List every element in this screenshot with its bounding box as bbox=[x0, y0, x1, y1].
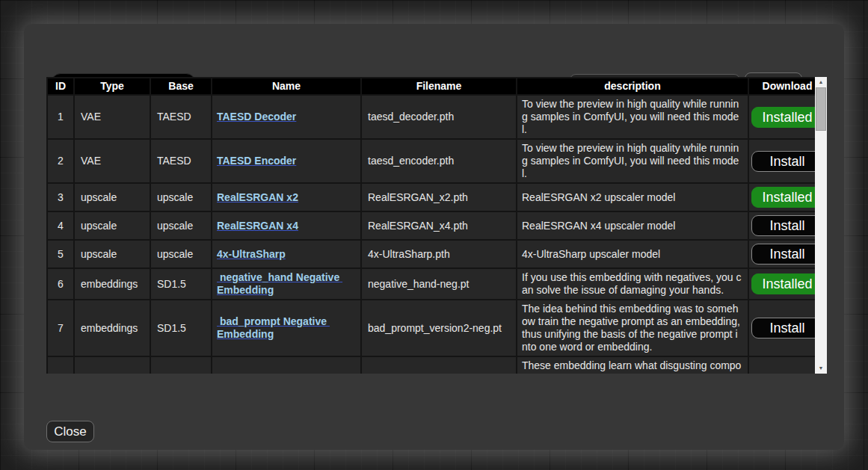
cell-description: RealESRGAN x4 upscaler model bbox=[517, 212, 748, 239]
table-header-row: IDTypeBaseNameFilenamedescriptionDownloa… bbox=[48, 78, 825, 94]
cell-name: negative_hand Negative Embedding bbox=[212, 269, 360, 299]
cell-filename: 4x-UltraSharp.pth bbox=[362, 241, 516, 268]
cell-name: bad_prompt Negative Embedding bbox=[212, 300, 360, 356]
cell-type: VAE bbox=[75, 140, 150, 182]
table-row: 5upscaleupscale4x-UltraSharp4x-UltraShar… bbox=[48, 241, 825, 268]
model-name-link[interactable]: TAESD Decoder bbox=[217, 111, 296, 123]
cell-name: RealESRGAN x4 bbox=[212, 212, 360, 239]
cell-id bbox=[48, 357, 73, 374]
cell-download: Installed bbox=[749, 269, 825, 299]
cell-filename: bad_prompt_version2-neg.pt bbox=[362, 300, 516, 356]
cell-name: 4x-UltraSharp bbox=[212, 241, 360, 268]
model-table: IDTypeBaseNameFilenamedescriptionDownloa… bbox=[46, 77, 827, 374]
installed-button[interactable]: Installed bbox=[751, 107, 823, 128]
cell-download: Install bbox=[749, 140, 825, 182]
cell-base: upscale bbox=[151, 184, 211, 211]
cell-description: If you use this embedding with negatives… bbox=[517, 269, 748, 299]
column-header-description: description bbox=[517, 78, 748, 94]
install-button[interactable]: Install bbox=[751, 215, 823, 236]
scrollbar-thumb[interactable] bbox=[816, 87, 826, 131]
cell-type: upscale bbox=[75, 212, 150, 239]
table-row: 7embeddingsSD1.5 bad_prompt Negative Emb… bbox=[48, 300, 825, 356]
cell-filename: negative_hand-neg.pt bbox=[362, 269, 516, 299]
cell-description: These embedding learn what disgusting co… bbox=[517, 357, 748, 374]
column-header-filename: Filename bbox=[362, 78, 516, 94]
cell-type: VAE bbox=[75, 96, 150, 138]
cell-filename: RealESRGAN_x2.pth bbox=[362, 184, 516, 211]
cell-type bbox=[75, 357, 150, 374]
cell-download: Install bbox=[749, 300, 825, 356]
cell-description: 4x-UltraSharp upscaler model bbox=[517, 241, 748, 268]
model-name-link[interactable]: RealESRGAN x4 bbox=[217, 220, 298, 232]
cell-base: SD1.5 bbox=[151, 269, 211, 299]
table-row: 3upscaleupscaleRealESRGAN x2RealESRGAN_x… bbox=[48, 184, 825, 211]
cell-name: RealESRGAN x2 bbox=[212, 184, 360, 211]
cell-id: 7 bbox=[48, 300, 73, 356]
install-models-dialog: Filter: all Search IDTypeBaseNameFilenam… bbox=[24, 24, 844, 450]
install-button[interactable]: Install bbox=[751, 244, 823, 265]
cell-base: SD1.5 bbox=[151, 300, 211, 356]
cell-download: Install bbox=[749, 212, 825, 239]
cell-name: TAESD Encoder bbox=[212, 140, 360, 182]
cell-download: Installed bbox=[749, 96, 825, 138]
table-row: 6embeddingsSD1.5 negative_hand Negative … bbox=[48, 269, 825, 299]
cell-name: TAESD Decoder bbox=[212, 96, 360, 138]
table-row: 2VAETAESDTAESD Encodertaesd_encoder.pthT… bbox=[48, 140, 825, 182]
cell-filename: taesd_encoder.pth bbox=[362, 140, 516, 182]
cell-description: The idea behind this embedding was to so… bbox=[517, 300, 748, 356]
cell-id: 4 bbox=[48, 212, 73, 239]
cell-download: Installed bbox=[749, 184, 825, 211]
cell-description: To view the preview in high quality whil… bbox=[517, 96, 748, 138]
cell-id: 1 bbox=[48, 96, 73, 138]
table-row: 1VAETAESDTAESD Decodertaesd_decoder.pthT… bbox=[48, 96, 825, 138]
column-header-download: Download bbox=[749, 78, 825, 94]
model-name-link[interactable]: RealESRGAN x2 bbox=[217, 191, 298, 203]
model-name-link[interactable]: 4x-UltraSharp bbox=[217, 248, 286, 260]
model-name-link[interactable]: bad_prompt Negative Embedding bbox=[217, 315, 330, 340]
scroll-up-arrow-icon[interactable]: ▲ bbox=[815, 77, 827, 87]
column-header-type: Type bbox=[75, 78, 150, 94]
cell-id: 3 bbox=[48, 184, 73, 211]
model-name-link[interactable]: negative_hand Negative Embedding bbox=[217, 271, 342, 296]
install-button[interactable]: Install bbox=[751, 318, 823, 338]
cell-type: upscale bbox=[75, 241, 150, 268]
cell-filename: RealESRGAN_x4.pth bbox=[362, 212, 516, 239]
cell-description: To view the preview in high quality whil… bbox=[517, 140, 748, 182]
column-header-id: ID bbox=[48, 78, 73, 94]
cell-download bbox=[749, 357, 825, 374]
cell-base: upscale bbox=[151, 241, 211, 268]
cell-description: RealESRGAN x2 upscaler model bbox=[517, 184, 748, 211]
model-table-scroll-area: IDTypeBaseNameFilenamedescriptionDownloa… bbox=[46, 77, 827, 374]
cell-base: TAESD bbox=[151, 96, 211, 138]
installed-button[interactable]: Installed bbox=[751, 273, 823, 294]
close-button[interactable]: Close bbox=[46, 421, 94, 442]
cell-base: TAESD bbox=[151, 140, 211, 182]
cell-base: upscale bbox=[151, 212, 211, 239]
cell-filename: taesd_decoder.pth bbox=[362, 96, 516, 138]
scroll-down-arrow-icon[interactable]: ▼ bbox=[815, 363, 827, 374]
cell-base bbox=[151, 357, 211, 374]
comfyui-canvas-background: Filter: all Search IDTypeBaseNameFilenam… bbox=[0, 0, 868, 470]
vertical-scrollbar[interactable]: ▲ ▼ bbox=[815, 77, 827, 374]
cell-type: upscale bbox=[75, 184, 150, 211]
cell-id: 5 bbox=[48, 241, 73, 268]
cell-download: Install bbox=[749, 241, 825, 268]
cell-id: 2 bbox=[48, 140, 73, 182]
cell-type: embeddings bbox=[75, 269, 150, 299]
table-row: 4upscaleupscaleRealESRGAN x4RealESRGAN_x… bbox=[48, 212, 825, 239]
install-button[interactable]: Install bbox=[751, 151, 823, 172]
column-header-base: Base bbox=[151, 78, 211, 94]
cell-type: embeddings bbox=[75, 300, 150, 356]
installed-button[interactable]: Installed bbox=[751, 187, 823, 208]
cell-id: 6 bbox=[48, 269, 73, 299]
cell-name bbox=[212, 357, 360, 374]
table-row: These embedding learn what disgusting co… bbox=[48, 357, 825, 374]
column-header-name: Name bbox=[212, 78, 360, 94]
cell-filename bbox=[362, 357, 516, 374]
model-name-link[interactable]: TAESD Encoder bbox=[217, 155, 296, 167]
